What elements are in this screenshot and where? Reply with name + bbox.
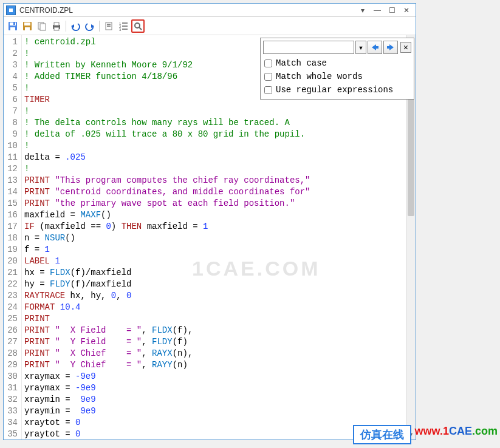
svg-rect-8: [25, 27, 30, 30]
code-line[interactable]: xraymin = 9e9: [24, 394, 413, 406]
svg-rect-20: [122, 22, 128, 24]
line-number: 1: [5, 36, 18, 48]
code-line[interactable]: LABEL 1: [24, 256, 413, 267]
undo-button[interactable]: [69, 19, 82, 33]
line-number: 30: [5, 371, 18, 382]
line-number: 14: [5, 186, 18, 198]
maximize-button[interactable]: ☐: [385, 5, 399, 16]
line-number: 10: [5, 140, 18, 152]
search-input[interactable]: [263, 41, 354, 54]
code-line[interactable]: ! The delta controls how many rays will …: [24, 117, 413, 129]
line-number: 3: [5, 59, 18, 71]
minimize-button[interactable]: —: [371, 5, 384, 16]
line-number: 34: [5, 417, 18, 429]
svg-rect-22: [122, 25, 128, 27]
line-number: 31: [5, 382, 18, 394]
code-line[interactable]: !: [24, 140, 413, 152]
use-regex-option[interactable]: Use regular expressions: [263, 83, 411, 97]
svg-rect-4: [10, 27, 15, 30]
match-whole-option[interactable]: Match whole words: [263, 70, 411, 83]
save-button[interactable]: [6, 19, 19, 33]
code-line[interactable]: PRINT "This program computes the chief r…: [24, 175, 413, 186]
code-line[interactable]: IF (maxfield == 0) THEN maxfield = 1: [24, 221, 413, 232]
svg-rect-1: [9, 8, 13, 12]
search-history-dropdown[interactable]: ▾: [355, 41, 366, 54]
footer-url: www.1CAE.com: [415, 425, 498, 444]
toolbar: 123: [4, 17, 416, 35]
search-panel: ▾ ✕ Match case Match whole words Use reg…: [260, 38, 414, 100]
code-line[interactable]: n = NSUR(): [24, 232, 413, 244]
code-line[interactable]: FORMAT 10.4: [24, 302, 413, 313]
dropdown-button[interactable]: ▾: [356, 5, 369, 16]
line-number: 26: [5, 325, 18, 336]
line-number: 13: [5, 175, 18, 186]
svg-point-25: [135, 23, 140, 28]
line-number: 7: [5, 106, 18, 117]
code-line[interactable]: !: [24, 163, 413, 175]
code-line[interactable]: hx = FLDX(f)/maxfield: [24, 267, 413, 279]
line-number: 2: [5, 48, 18, 59]
line-number: 11: [5, 152, 18, 163]
code-line[interactable]: f = 1: [24, 244, 413, 256]
line-number: 4: [5, 71, 18, 83]
code-line[interactable]: !: [24, 106, 413, 117]
code-line[interactable]: yraymin = 9e9: [24, 406, 413, 417]
search-next-button[interactable]: [383, 41, 398, 54]
svg-rect-13: [54, 27, 59, 30]
footer-cn-text: 仿真在线: [353, 425, 411, 444]
line-number: 9: [5, 129, 18, 140]
svg-rect-24: [122, 29, 128, 30]
code-line[interactable]: hy = FLDY(f)/maxfield: [24, 279, 413, 290]
line-number: 21: [5, 267, 18, 279]
bookmark-button[interactable]: [102, 19, 115, 33]
match-case-checkbox[interactable]: [264, 59, 272, 67]
line-number: 15: [5, 198, 18, 209]
line-number: 29: [5, 359, 18, 371]
saveas-button[interactable]: [21, 19, 34, 33]
line-number: 12: [5, 163, 18, 175]
line-number: 6: [5, 94, 18, 106]
code-line[interactable]: RAYTRACE hx, hy, 0, 0: [24, 290, 413, 302]
redo-button[interactable]: [83, 19, 97, 33]
window-title: CENTROID.ZPL: [19, 6, 356, 15]
line-number: 8: [5, 117, 18, 129]
svg-rect-12: [54, 22, 59, 25]
copy-button[interactable]: [35, 19, 49, 33]
match-whole-checkbox[interactable]: [264, 73, 272, 81]
line-number: 33: [5, 406, 18, 417]
code-line[interactable]: PRINT: [24, 313, 413, 325]
svg-marker-28: [387, 44, 394, 50]
svg-rect-10: [40, 24, 46, 30]
line-number: 27: [5, 336, 18, 348]
line-number: 23: [5, 290, 18, 302]
search-button[interactable]: [131, 19, 145, 33]
code-line[interactable]: PRINT " X Field = ", FLDX(f),: [24, 325, 413, 336]
use-regex-label: Use regular expressions: [276, 85, 393, 95]
search-close-button[interactable]: ✕: [400, 42, 411, 53]
line-number: 5: [5, 83, 18, 94]
code-line[interactable]: maxfield = MAXF(): [24, 209, 413, 221]
line-number: 25: [5, 313, 18, 325]
code-line[interactable]: PRINT " X Chief = ", RAYX(n),: [24, 348, 413, 359]
code-line[interactable]: PRINT "centroid coordinates, and middle …: [24, 186, 413, 198]
code-line[interactable]: delta = .025: [24, 152, 413, 163]
line-number: 19: [5, 244, 18, 256]
code-line[interactable]: xraymax = -9e9: [24, 371, 413, 382]
svg-text:3: 3: [119, 28, 122, 31]
code-line[interactable]: PRINT " Y Chief = ", RAYY(n): [24, 359, 413, 371]
search-prev-button[interactable]: [368, 41, 382, 54]
close-button[interactable]: ✕: [400, 5, 413, 16]
code-line[interactable]: PRINT "the primary wave spot at each fie…: [24, 198, 413, 209]
code-line[interactable]: yraymax = -9e9: [24, 382, 413, 394]
use-regex-checkbox[interactable]: [264, 86, 272, 94]
numbered-list-button[interactable]: 123: [117, 19, 130, 33]
line-number-gutter: 1234567891011121314151617181920212223242…: [4, 35, 22, 440]
code-line[interactable]: ! delta of .025 will trace a 80 x 80 gri…: [24, 129, 413, 140]
svg-line-26: [139, 27, 142, 30]
print-button[interactable]: [50, 19, 63, 33]
svg-rect-18: [107, 25, 111, 27]
match-case-option[interactable]: Match case: [263, 56, 411, 70]
svg-rect-17: [107, 24, 111, 25]
code-line[interactable]: PRINT " Y Field = ", FLDY(f): [24, 336, 413, 348]
line-number: 18: [5, 232, 18, 244]
